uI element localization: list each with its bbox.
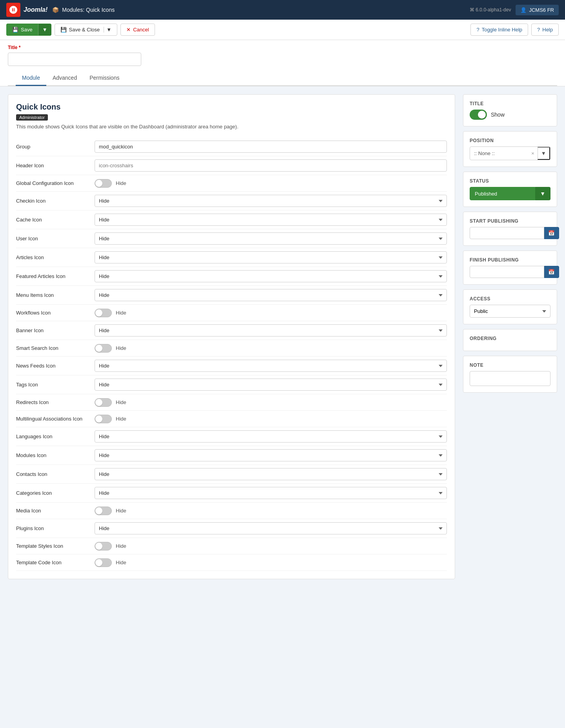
title-toggle-row: Show <box>470 110 550 120</box>
note-input[interactable] <box>470 371 550 386</box>
page-title-input[interactable] <box>8 53 141 66</box>
joomla-logo-icon <box>6 3 20 17</box>
input-header-icon[interactable] <box>95 159 447 172</box>
select-categories-icon[interactable]: Hide Show <box>95 487 447 499</box>
toggle-template-styles-label: Hide <box>116 543 126 549</box>
status-select-wrap: Published Unpublished Trashed ▼ <box>470 187 550 200</box>
label-contacts-icon: Contacts Icon <box>16 471 95 477</box>
user-icon: 👤 <box>520 7 527 13</box>
save-label: Save <box>21 27 33 33</box>
toggle-redirects-switch[interactable] <box>95 398 112 407</box>
form-row-banner-icon: Banner Icon Hide Show <box>16 321 447 340</box>
select-banner-icon[interactable]: Hide Show <box>95 324 447 337</box>
position-value: :: None :: <box>470 148 528 159</box>
toggle-workflows-switch[interactable] <box>95 309 112 317</box>
status-caret-button[interactable]: ▼ <box>535 187 550 200</box>
tab-permissions[interactable]: Permissions <box>83 71 126 86</box>
finish-publishing-calendar-button[interactable]: 📅 <box>544 266 559 278</box>
label-global-config-icon: Global Configuration Icon <box>16 180 95 186</box>
label-cache-icon: Cache Icon <box>16 217 95 223</box>
form-row-tags-icon: Tags Icon Hide Show <box>16 375 447 394</box>
form-row-articles-icon: Articles Icon Hide Show <box>16 248 447 267</box>
select-modules-icon[interactable]: Hide Show <box>95 449 447 461</box>
toggle-workflows-label: Hide <box>116 310 126 316</box>
status-select[interactable]: Published Unpublished Trashed <box>470 187 535 200</box>
input-group[interactable] <box>95 141 447 153</box>
finish-publishing-input[interactable] <box>470 266 544 278</box>
title-required-mark: * <box>19 45 21 50</box>
chevron-down-icon: ▼ <box>42 27 47 33</box>
sidebar-finish-publishing-section: Finish Publishing 📅 <box>463 251 557 285</box>
user-menu[interactable]: 👤 JCMS6 FR <box>516 5 559 15</box>
select-cache-icon[interactable]: Hide Show <box>95 214 447 226</box>
module-badge: Administrator <box>16 114 48 121</box>
select-articles-icon[interactable]: Hide Show <box>95 251 447 263</box>
navbar-logo: Joomla! <box>6 3 47 17</box>
select-menu-items-icon[interactable]: Hide Show <box>95 289 447 301</box>
save-close-button[interactable]: 💾 Save & Close ▼ <box>55 24 118 36</box>
select-plugins-icon[interactable]: Hide Show <box>95 522 447 534</box>
toggle-workflows: Hide <box>95 309 126 317</box>
access-select[interactable]: Public Guest Registered Special Super Us… <box>470 305 550 318</box>
label-user-icon: User Icon <box>16 236 95 241</box>
module-description: This module shows Quick Icons that are v… <box>16 124 447 130</box>
sidebar-access-label: Access <box>470 296 550 302</box>
tab-module[interactable]: Module <box>16 71 46 86</box>
select-checkin-icon[interactable]: Hide Show <box>95 195 447 207</box>
toggle-media-switch[interactable] <box>95 507 112 515</box>
toggle-smart-search-switch[interactable] <box>95 344 112 353</box>
help-button[interactable]: ? Help <box>531 24 559 36</box>
save-button[interactable]: 💾 Save <box>6 24 38 36</box>
sidebar-title-label: Title <box>470 101 550 106</box>
select-user-icon[interactable]: Hide Show <box>95 232 447 245</box>
module-title: Quick Icons <box>16 102 447 112</box>
label-menu-items-icon: Menu Items Icon <box>16 292 95 298</box>
position-dropdown-button[interactable]: ▼ <box>538 147 550 160</box>
label-tags-icon: Tags Icon <box>16 382 95 388</box>
sidebar-ordering-section: Ordering <box>463 329 557 351</box>
label-multilingual-icon: Multilingual Associations Icon <box>16 416 95 422</box>
label-plugins-icon: Plugins Icon <box>16 525 95 531</box>
form-row-media-icon: Media Icon Hide <box>16 503 447 519</box>
navbar-title-text: Modules: Quick Icons <box>62 7 115 13</box>
left-panel: Quick Icons Administrator This module sh… <box>8 94 455 579</box>
help-icon: ? <box>537 27 540 33</box>
toggle-global-config-switch[interactable] <box>95 179 112 188</box>
navbar-left: Joomla! 📦 Modules: Quick Icons <box>6 3 115 17</box>
tab-advanced[interactable]: Advanced <box>46 71 83 86</box>
toggle-help-button[interactable]: ? Toggle Inline Help <box>470 24 528 36</box>
select-languages-icon[interactable]: Hide Show <box>95 430 447 443</box>
finish-publishing-input-wrap: 📅 <box>470 266 550 278</box>
sidebar-position-label: Position <box>470 138 550 143</box>
start-publishing-calendar-button[interactable]: 📅 <box>544 227 559 239</box>
label-redirects-icon: Redirects Icon <box>16 399 95 405</box>
toolbar-left: 💾 Save ▼ 💾 Save & Close ▼ ✕ Cancel <box>6 24 155 36</box>
form-row-plugins-icon: Plugins Icon Hide Show <box>16 519 447 538</box>
calendar-icon: 📅 <box>548 269 555 275</box>
toggle-template-styles-switch[interactable] <box>95 542 112 551</box>
label-media-icon: Media Icon <box>16 508 95 514</box>
toggle-multilingual-switch[interactable] <box>95 415 112 423</box>
toggle-template-code: Hide <box>95 558 126 567</box>
position-clear-button[interactable]: × <box>528 148 538 159</box>
form-row-user-icon: User Icon Hide Show <box>16 229 447 248</box>
cancel-button[interactable]: ✕ Cancel <box>120 24 155 36</box>
label-articles-icon: Articles Icon <box>16 254 95 260</box>
toggle-smart-search: Hide <box>95 344 126 353</box>
title-toggle-switch[interactable] <box>470 110 487 120</box>
sidebar-status-section: Status Published Unpublished Trashed ▼ <box>463 172 557 207</box>
label-workflows-icon: Workflows Icon <box>16 310 95 316</box>
label-smart-search-icon: Smart Search Icon <box>16 345 95 351</box>
sidebar-position-section: Position :: None :: × ▼ <box>463 131 557 167</box>
select-tags-icon[interactable]: Hide Show <box>95 379 447 391</box>
select-contacts-icon[interactable]: Hide Show <box>95 468 447 480</box>
select-featured-articles-icon[interactable]: Hide Show <box>95 270 447 282</box>
label-news-feeds-icon: News Feeds Icon <box>16 363 95 369</box>
save-dropdown-button[interactable]: ▼ <box>38 24 51 36</box>
save-close-icon: 💾 <box>60 27 67 33</box>
save-icon: 💾 <box>12 27 18 33</box>
start-publishing-input[interactable] <box>470 227 544 239</box>
select-news-feeds-icon[interactable]: Hide Show <box>95 360 447 372</box>
navbar-title-icon: 📦 <box>52 7 59 13</box>
toggle-template-code-switch[interactable] <box>95 558 112 567</box>
